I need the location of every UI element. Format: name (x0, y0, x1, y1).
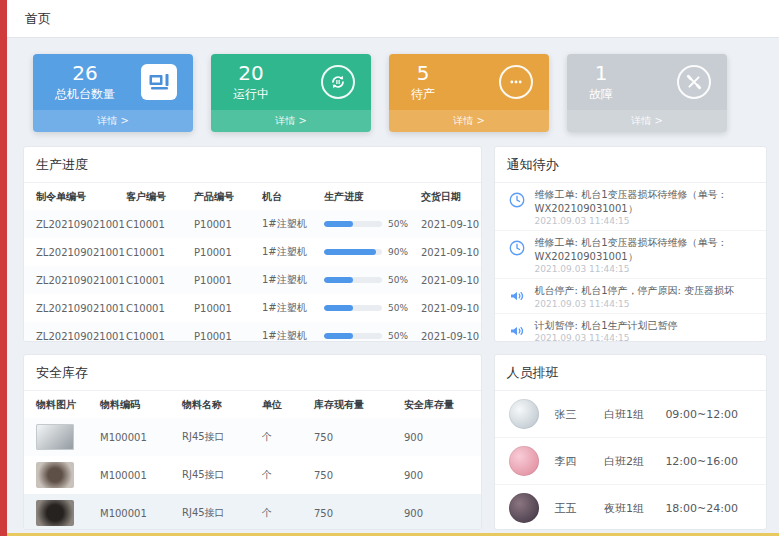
card-standby-text: 5 待产 (411, 62, 435, 103)
cell-date: 2021-09-10 (417, 210, 482, 238)
cell-date: 2021-09-10 (417, 294, 482, 322)
cell-machine: 1#注塑机 (258, 266, 320, 294)
notification-item[interactable]: 维修工单: 机台1变压器损坏待维修（单号：WX202109031001） 202… (495, 231, 766, 279)
tab-home[interactable]: 首页 (25, 10, 51, 28)
cell-order: ZL202109021001 (24, 294, 122, 322)
cell-safety-stock: 900 (400, 494, 482, 530)
col-unit: 单位 (258, 391, 310, 418)
col-customer-no: 客户编号 (122, 183, 190, 210)
production-progress-panel: 生产进度 制令单编号 客户编号 产品编号 机台 生产进度 交货日期 (23, 146, 482, 342)
cell-product: P10001 (190, 322, 258, 342)
card-label: 总机台数量 (55, 86, 115, 103)
cell-customer: C10001 (122, 294, 190, 322)
card-standby[interactable]: 5 待产 详情 > (389, 54, 549, 132)
progress-label: 50% (388, 219, 408, 229)
progress-bar (324, 249, 376, 255)
staff-shift: 白班2组 (604, 454, 665, 469)
notification-item[interactable]: 计划暂停: 机台1生产计划已暂停 2021.09.03 11:44:15 (495, 314, 766, 343)
panels-row-1: 生产进度 制令单编号 客户编号 产品编号 机台 生产进度 交货日期 (23, 146, 767, 342)
panel-title: 生产进度 (24, 147, 481, 183)
card-value: 1 (589, 62, 613, 84)
card-running[interactable]: 20 运行中 详情 > (211, 54, 371, 132)
table-row[interactable]: ZL202109021001 C10001 P10001 1#注塑机 90% 2… (24, 238, 482, 266)
cell-customer: C10001 (122, 322, 190, 342)
progress-bar (324, 221, 353, 227)
cell-machine: 1#注塑机 (258, 322, 320, 342)
cell-date: 2021-09-10 (417, 322, 482, 342)
cell-unit: 个 (258, 494, 310, 530)
cell-order: ZL202109021001 (24, 322, 122, 342)
clock-icon (507, 238, 527, 258)
cell-unit: 个 (258, 418, 310, 456)
card-fault[interactable]: 1 故障 详情 > (567, 54, 727, 132)
cell-customer: C10001 (122, 210, 190, 238)
staff-schedule-panel: 人员排班 张三 白班1组 09:00~12:00 李四 白班2组 12:00~1… (494, 354, 767, 530)
staff-shift: 夜班1组 (604, 501, 665, 516)
running-refresh-icon (321, 65, 355, 99)
card-value: 26 (55, 62, 115, 84)
progress-track (324, 221, 382, 227)
notification-time: 2021.09.03 11:44:15 (535, 264, 754, 274)
table-row[interactable]: ZL202109021001 C10001 P10001 1#注塑机 50% 2… (24, 210, 482, 238)
material-image (36, 424, 74, 450)
table-row[interactable]: ZL202109021001 C10001 P10001 1#注塑机 50% 2… (24, 266, 482, 294)
progress-label: 90% (388, 247, 408, 257)
cell-machine: 1#注塑机 (258, 210, 320, 238)
progress-cell: 50% (324, 331, 413, 341)
staff-row: 张三 白班1组 09:00~12:00 (495, 391, 766, 438)
col-machine: 机台 (258, 183, 320, 210)
card-detail-link[interactable]: 详情 > (211, 110, 371, 132)
table-row[interactable]: M100001 RJ45接口 个 750 900 (24, 494, 482, 530)
notification-text: 计划暂停: 机台1生产计划已暂停 (535, 319, 678, 333)
cell-material-code: M100001 (96, 494, 178, 530)
card-value: 20 (233, 62, 269, 84)
progress-label: 50% (388, 275, 408, 285)
table-header-row: 物料图片 物料编码 物料名称 单位 库存现有量 安全库存量 (24, 391, 482, 418)
card-detail-link[interactable]: 详情 > (33, 110, 193, 132)
card-value: 5 (411, 62, 435, 84)
safety-stock-panel: 安全库存 物料图片 物料编码 物料名称 单位 库存现有量 安全库存量 (23, 354, 482, 530)
col-progress: 生产进度 (320, 183, 417, 210)
staff-row: 王五 夜班1组 18:00~24:00 (495, 485, 766, 530)
card-fault-text: 1 故障 (589, 62, 613, 103)
col-material-name: 物料名称 (178, 391, 258, 418)
cell-machine: 1#注塑机 (258, 294, 320, 322)
cell-current-stock: 750 (310, 418, 400, 456)
table-row[interactable]: ZL202109021001 C10001 P10001 1#注塑机 50% 2… (24, 322, 482, 342)
staff-row: 李四 白班2组 12:00~16:00 (495, 438, 766, 485)
material-image (36, 500, 74, 526)
card-total-machines[interactable]: 26 总机台数量 详情 > (33, 54, 193, 132)
cell-product: P10001 (190, 266, 258, 294)
dashboard-content: 26 总机台数量 详情 > (7, 38, 779, 533)
card-total-machines-body: 26 总机台数量 (33, 54, 193, 110)
cell-order: ZL202109021001 (24, 266, 122, 294)
card-fault-body: 1 故障 (567, 54, 727, 110)
progress-track (324, 249, 382, 255)
table-row[interactable]: ZL202109021001 C10001 P10001 1#注塑机 50% 2… (24, 294, 482, 322)
speaker-icon (507, 286, 527, 306)
table-row[interactable]: M100001 RJ45接口 个 750 900 (24, 418, 482, 456)
col-delivery-date: 交货日期 (417, 183, 482, 210)
progress-cell: 50% (324, 303, 413, 313)
card-detail-link[interactable]: 详情 > (567, 110, 727, 132)
notification-time: 2021.09.03 11:44:15 (535, 333, 678, 342)
cell-customer: C10001 (122, 238, 190, 266)
notification-text: 维修工单: 机台1变压器损坏待维修（单号：WX202109031001） (535, 236, 754, 263)
table-row[interactable]: M100001 RJ45接口 个 750 900 (24, 456, 482, 494)
notification-item[interactable]: 维修工单: 机台1变压器损坏待维修（单号：WX202109031001） 202… (495, 183, 766, 231)
cell-product: P10001 (190, 238, 258, 266)
ellipsis-icon (499, 65, 533, 99)
notification-item[interactable]: 机台停产: 机台1停产，停产原因: 变压器损坏 2021.09.03 11:44… (495, 279, 766, 314)
card-detail-link[interactable]: 详情 > (389, 110, 549, 132)
notification-text: 维修工单: 机台1变压器损坏待维修（单号：WX202109031001） (535, 188, 754, 215)
clock-icon (507, 190, 527, 210)
cell-material-code: M100001 (96, 418, 178, 456)
panel-title: 通知待办 (495, 147, 766, 183)
panels-row-2: 安全库存 物料图片 物料编码 物料名称 单位 库存现有量 安全库存量 (23, 354, 767, 530)
progress-bar (324, 333, 353, 339)
stat-cards: 26 总机台数量 详情 > (23, 52, 767, 132)
cell-material-name: RJ45接口 (178, 494, 258, 530)
progress-track (324, 305, 382, 311)
progress-track (324, 277, 382, 283)
notification-body: 维修工单: 机台1变压器损坏待维修（单号：WX202109031001） 202… (535, 236, 754, 274)
